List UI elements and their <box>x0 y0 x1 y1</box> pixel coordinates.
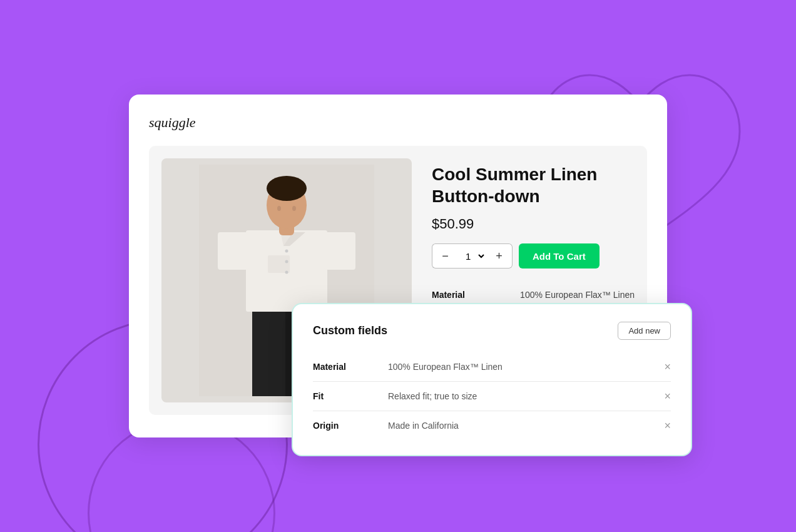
svg-point-11 <box>285 271 288 274</box>
main-product-card: squiggle <box>129 95 667 437</box>
add-to-cart-button[interactable]: Add To Cart <box>519 243 600 269</box>
custom-fields-panel: Custom fields Add new Material 100% Euro… <box>292 303 692 456</box>
svg-point-15 <box>277 206 281 211</box>
cf-label-fit: Fit <box>313 391 388 401</box>
cf-value-material: 100% European Flax™ Linen <box>388 362 659 372</box>
custom-field-row-fit: Fit Relaxed fit; true to size × <box>313 382 671 411</box>
svg-point-9 <box>285 250 288 253</box>
product-title: Cool Summer Linen Button-down <box>432 163 635 207</box>
cf-value-origin: Made in California <box>388 421 659 431</box>
remove-origin-button[interactable]: × <box>659 420 671 431</box>
custom-field-row-material: Material 100% European Flax™ Linen × <box>313 352 671 382</box>
remove-material-button[interactable]: × <box>659 361 671 372</box>
custom-fields-title: Custom fields <box>313 324 387 337</box>
custom-field-row-origin: Origin Made in California × <box>313 411 671 440</box>
svg-point-10 <box>285 260 288 263</box>
cf-value-fit: Relaxed fit; true to size <box>388 391 659 401</box>
svg-point-14 <box>267 176 307 201</box>
svg-rect-5 <box>324 232 355 270</box>
quantity-increase-button[interactable]: + <box>486 243 513 269</box>
remove-fit-button[interactable]: × <box>659 391 671 402</box>
svg-rect-4 <box>218 232 249 270</box>
app-logo: squiggle <box>149 115 647 131</box>
product-price: $50.99 <box>432 216 635 232</box>
svg-rect-2 <box>252 302 285 396</box>
quantity-select[interactable]: 1 2 3 4 5 <box>458 243 486 269</box>
quantity-row: − 1 2 3 4 5 + Add To Cart <box>432 243 635 269</box>
quantity-decrease-button[interactable]: − <box>432 243 458 269</box>
cf-label-origin: Origin <box>313 421 388 431</box>
svg-point-16 <box>292 206 296 211</box>
svg-rect-8 <box>268 255 290 273</box>
add-new-field-button[interactable]: Add new <box>618 322 671 340</box>
custom-fields-header: Custom fields Add new <box>313 322 671 340</box>
cf-label-material: Material <box>313 362 388 372</box>
